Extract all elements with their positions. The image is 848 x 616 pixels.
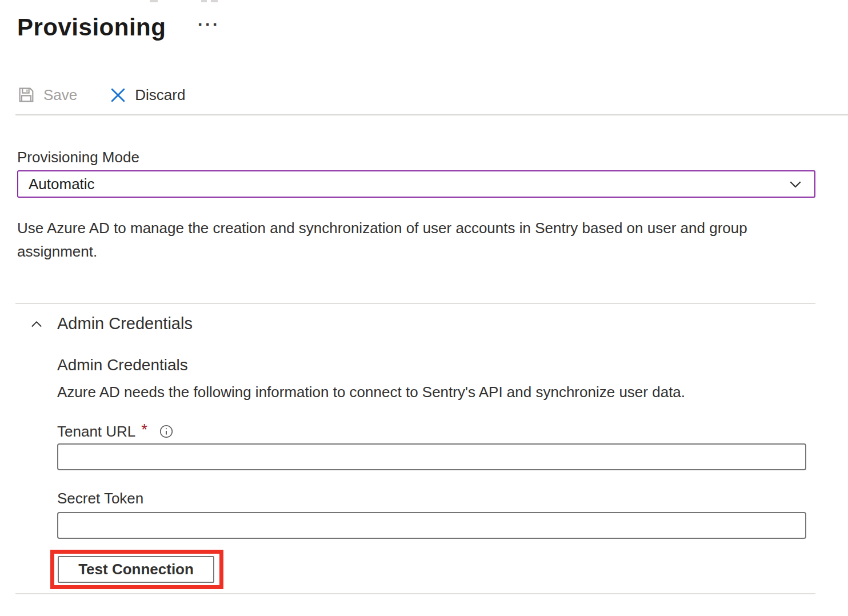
admin-credentials-description: Azure AD needs the following information… (57, 383, 685, 401)
provisioning-intro-text: Use Azure AD to manage the creation and … (17, 217, 786, 263)
admin-credentials-section-header[interactable]: Admin Credentials (57, 314, 193, 333)
clipped-text-fragment (211, 0, 218, 2)
required-asterisk: * (141, 421, 147, 439)
secret-token-label: Secret Token (57, 490, 143, 507)
test-connection-button[interactable]: Test Connection (58, 556, 214, 583)
provisioning-mode-label: Provisioning Mode (17, 149, 139, 166)
provisioning-page: Provisioning ··· Save Discard (0, 0, 848, 616)
tenant-url-label-row: Tenant URL * (57, 422, 174, 441)
toolbar-divider (15, 114, 848, 115)
clipped-text-fragment (150, 0, 158, 2)
provisioning-mode-dropdown[interactable]: Automatic (17, 170, 815, 198)
tenant-url-input[interactable] (57, 443, 806, 470)
close-icon (109, 86, 127, 104)
discard-button[interactable]: Discard (109, 86, 185, 104)
save-label: Save (43, 86, 77, 104)
command-toolbar: Save Discard (17, 83, 185, 106)
page-title: Provisioning (17, 14, 166, 41)
more-options-icon[interactable]: ··· (198, 15, 220, 34)
save-button[interactable]: Save (17, 86, 77, 104)
info-icon[interactable] (159, 424, 174, 439)
chevron-up-icon[interactable] (29, 317, 45, 335)
save-icon (17, 86, 35, 104)
admin-credentials-subtitle: Admin Credentials (57, 356, 188, 374)
chevron-down-icon (787, 175, 804, 193)
clipped-text-fragment (201, 0, 207, 2)
tenant-url-label: Tenant URL (57, 423, 135, 441)
provisioning-mode-value: Automatic (29, 175, 787, 193)
section-divider (15, 303, 815, 304)
bottom-divider (15, 593, 815, 594)
secret-token-input[interactable] (57, 512, 806, 539)
discard-label: Discard (135, 86, 185, 104)
